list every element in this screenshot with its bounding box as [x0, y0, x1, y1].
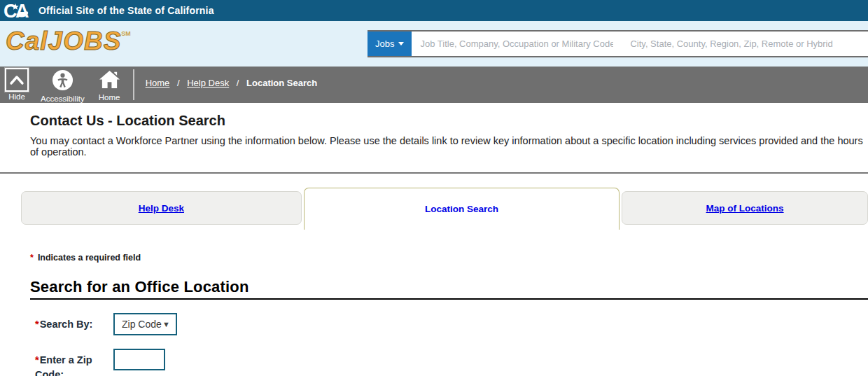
section-title: Search for an Office Location — [30, 278, 868, 296]
job-location-input[interactable] — [622, 32, 868, 56]
breadcrumb: Home / Help Desk / Location Search — [146, 78, 318, 88]
search-by-select[interactable]: Zip Code ▼ — [113, 313, 177, 335]
official-site-bar: C A Official Site of the State of Califo… — [0, 0, 868, 21]
toolbar-divider — [133, 69, 134, 100]
header-band: CalJOBSSM Jobs — [0, 21, 868, 67]
tab-help-desk[interactable]: Help Desk — [21, 191, 302, 225]
breadcrumb-home-link[interactable]: Home — [146, 78, 170, 88]
tab-location-search-label: Location Search — [425, 204, 498, 214]
search-by-value: Zip Code — [122, 319, 162, 330]
breadcrumb-current: Location Search — [246, 78, 317, 88]
accessibility-icon — [52, 69, 74, 94]
hide-label: Hide — [8, 92, 25, 101]
tab-help-desk-link[interactable]: Help Desk — [139, 203, 184, 214]
section-divider — [0, 172, 868, 174]
ca-state-logo-icon: C A — [4, 1, 33, 20]
tab-map-of-locations-link[interactable]: Map of Locations — [706, 203, 784, 214]
svg-text:A: A — [15, 1, 29, 20]
home-label: Home — [99, 93, 120, 102]
chevron-down-icon: ▼ — [162, 320, 170, 328]
search-by-label: *Search By: — [35, 313, 113, 335]
trademark-sup: SM — [121, 30, 131, 37]
zip-code-row: *Enter a Zip Code: — [35, 349, 868, 376]
official-site-text: Official Site of the State of California — [38, 5, 214, 16]
tab-map-of-locations[interactable]: Map of Locations — [622, 191, 868, 225]
tab-location-search[interactable]: Location Search — [304, 188, 620, 230]
chevron-down-icon — [398, 42, 404, 46]
accessibility-label: Accessibility — [41, 95, 85, 103]
required-asterisk: * — [30, 253, 34, 263]
utility-toolbar: Hide Accessibility Home Home / Help Desk… — [0, 67, 868, 103]
search-by-row: *Search By: Zip Code ▼ — [35, 313, 868, 335]
zip-code-input[interactable] — [113, 349, 165, 370]
accessibility-button[interactable]: Accessibility — [41, 69, 85, 103]
page-description: You may contact a Workforce Partner usin… — [30, 135, 868, 158]
job-search-bar: Jobs — [368, 30, 868, 57]
page-title: Contact Us - Location Search — [30, 113, 868, 129]
zip-code-label: *Enter a Zip Code: — [35, 349, 113, 376]
caljobs-logo[interactable]: CalJOBSSM — [6, 27, 131, 56]
breadcrumb-separator: / — [237, 78, 239, 88]
breadcrumb-separator: / — [177, 78, 180, 88]
required-field-note: *Indicates a required field — [30, 253, 868, 263]
section-heading: Search for an Office Location — [30, 278, 868, 300]
chevron-up-icon — [5, 68, 29, 92]
home-icon — [99, 69, 120, 92]
required-asterisk: * — [35, 354, 39, 365]
hide-button[interactable]: Hide — [3, 68, 31, 101]
jobs-dropdown-button[interactable]: Jobs — [368, 32, 412, 56]
home-button[interactable]: Home — [99, 69, 120, 102]
required-asterisk: * — [35, 319, 39, 330]
job-keyword-input[interactable] — [412, 32, 622, 56]
tab-strip: Help Desk Location Search Map of Locatio… — [21, 188, 868, 230]
breadcrumb-helpdesk-link[interactable]: Help Desk — [187, 78, 229, 88]
